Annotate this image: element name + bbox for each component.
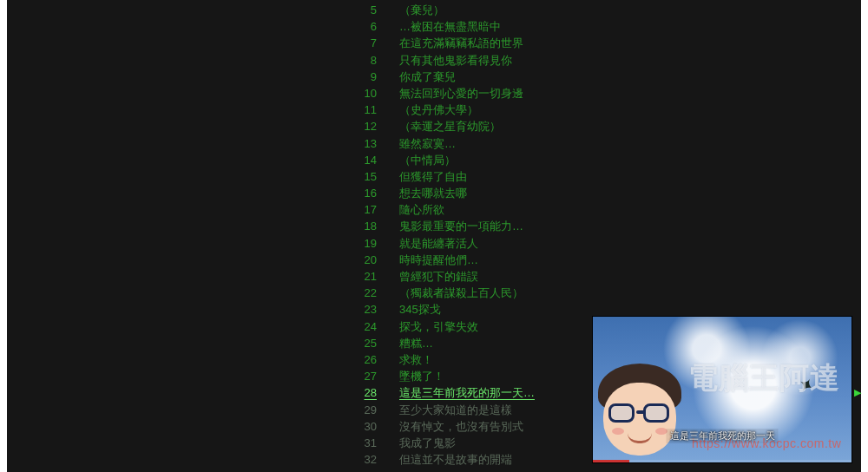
- video-preview-thumbnail[interactable]: ✦ 電腦王阿達 https://www.kocpc.com.tw 這是三年前我死…: [592, 316, 852, 463]
- line-text: （幸運之星育幼院）: [399, 118, 861, 134]
- subtitle-line[interactable]: 16想去哪就去哪: [7, 185, 861, 201]
- line-text: 只有其他鬼影看得見你: [399, 52, 861, 69]
- line-number: 26: [7, 351, 399, 368]
- subtitle-line[interactable]: 11（史丹佛大學）: [7, 102, 861, 118]
- subtitle-line[interactable]: 19就是能纏著活人: [7, 235, 861, 252]
- line-number: 31: [7, 435, 399, 451]
- subtitle-line[interactable]: 13雖然寂寞…: [7, 135, 861, 152]
- line-text: …被困在無盡黑暗中: [399, 18, 861, 35]
- line-text: 隨心所欲: [399, 201, 861, 218]
- line-number: 13: [7, 135, 399, 152]
- watermark-text: 電腦王阿達: [688, 358, 840, 398]
- line-number: 19: [7, 235, 399, 252]
- subtitle-line[interactable]: 5（棄兒）: [7, 2, 861, 18]
- line-text: 但獲得了自由: [399, 168, 861, 185]
- line-number: 27: [7, 368, 399, 384]
- subtitle-editor-panel: 5（棄兒）6…被困在無盡黑暗中7在這充滿竊竊私語的世界8只有其他鬼影看得見你9你…: [7, 0, 861, 472]
- line-text: 你成了棄兒: [399, 69, 861, 85]
- subtitle-line[interactable]: 15但獲得了自由: [7, 168, 861, 185]
- subtitle-line[interactable]: 21曾經犯下的錯誤: [7, 268, 861, 285]
- line-number: 5: [7, 2, 399, 18]
- line-number: 18: [7, 218, 399, 234]
- line-number: 28: [7, 384, 399, 401]
- line-number: 29: [7, 402, 399, 418]
- subtitle-line[interactable]: 12（幸運之星育幼院）: [7, 118, 861, 134]
- line-number: 12: [7, 118, 399, 134]
- line-text: 在這充滿竊竊私語的世界: [399, 35, 861, 51]
- subtitle-line[interactable]: 10無法回到心愛的一切身邊: [7, 85, 861, 102]
- line-number: 22: [7, 285, 399, 301]
- line-text: （棄兒）: [399, 2, 861, 18]
- line-text: （中情局）: [399, 152, 861, 168]
- subtitle-line[interactable]: 8只有其他鬼影看得見你: [7, 52, 861, 69]
- cartoon-face-icon: [598, 364, 681, 459]
- line-text: （史丹佛大學）: [399, 102, 861, 118]
- line-number: 17: [7, 201, 399, 218]
- line-text: （獨裁者謀殺上百人民）: [399, 285, 861, 301]
- line-number: 24: [7, 318, 399, 335]
- preview-caption: 這是三年前我死的那一天: [667, 429, 779, 443]
- line-number: 32: [7, 451, 399, 468]
- preview-progress-bar[interactable]: [593, 460, 852, 462]
- subtitle-line[interactable]: 18鬼影最重要的一項能力…: [7, 218, 861, 234]
- line-number: 9: [7, 69, 399, 85]
- subtitle-line[interactable]: 14（中情局）: [7, 152, 861, 168]
- line-text: 曾經犯下的錯誤: [399, 268, 861, 285]
- subtitle-line[interactable]: 6…被困在無盡黑暗中: [7, 18, 861, 35]
- subtitle-line[interactable]: 7在這充滿竊竊私語的世界: [7, 35, 861, 51]
- line-text: 就是能纏著活人: [399, 235, 861, 252]
- line-text: 鬼影最重要的一項能力…: [399, 218, 861, 234]
- line-number: 10: [7, 85, 399, 102]
- line-number: 16: [7, 185, 399, 201]
- line-number: 15: [7, 168, 399, 185]
- line-number: 21: [7, 268, 399, 285]
- line-number: 14: [7, 152, 399, 168]
- line-number: 23: [7, 301, 399, 318]
- line-number: 7: [7, 35, 399, 51]
- subtitle-line[interactable]: 20時時提醒他們…: [7, 252, 861, 268]
- line-number: 25: [7, 335, 399, 351]
- line-text: 時時提醒他們…: [399, 252, 861, 268]
- subtitle-line[interactable]: 9你成了棄兒: [7, 69, 861, 85]
- line-number: 11: [7, 102, 399, 118]
- line-text: 雖然寂寞…: [399, 135, 861, 152]
- line-number: 20: [7, 252, 399, 268]
- line-text: 無法回到心愛的一切身邊: [399, 85, 861, 102]
- line-number: 8: [7, 52, 399, 69]
- line-number: 6: [7, 18, 399, 35]
- line-number: 30: [7, 418, 399, 435]
- line-text: 想去哪就去哪: [399, 185, 861, 201]
- subtitle-line[interactable]: 22（獨裁者謀殺上百人民）: [7, 285, 861, 301]
- subtitle-line[interactable]: 17隨心所欲: [7, 201, 861, 218]
